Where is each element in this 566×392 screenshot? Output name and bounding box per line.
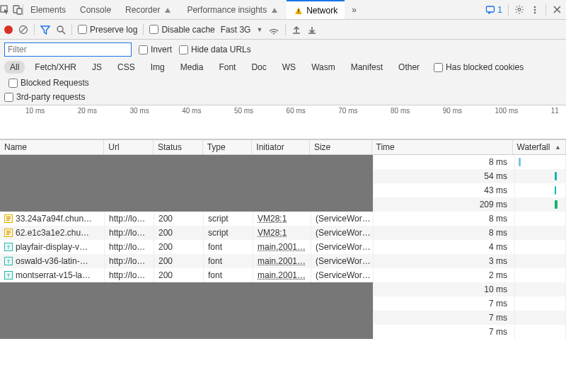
separator	[71, 24, 72, 35]
warning-icon	[294, 6, 304, 16]
invert-checkbox[interactable]: Invert	[139, 45, 172, 54]
svg-point-6	[518, 8, 521, 11]
cell-size: (ServiceWor…	[311, 212, 374, 226]
svg-rect-18	[6, 231, 11, 231]
cell-waterfall	[515, 254, 566, 268]
svg-point-7	[534, 6, 536, 8]
cell-name: 62.e1c3a1e2.chu…	[0, 226, 105, 240]
table-row[interactable]: 54 ms	[0, 169, 566, 183]
col-initiator[interactable]: Initiator	[252, 140, 310, 154]
cell-time: 10 ms	[374, 282, 515, 296]
cell-status: 200	[154, 212, 204, 226]
col-size[interactable]: Size	[310, 140, 372, 154]
overview-timeline[interactable]: 10 ms20 ms30 ms40 ms50 ms60 ms70 ms80 ms…	[0, 105, 566, 139]
preserve-log-checkbox[interactable]: Preserve log	[78, 25, 137, 35]
col-status[interactable]: Status	[154, 140, 203, 154]
throttling-select[interactable]: Fast 3G	[221, 25, 251, 35]
tab-console[interactable]: Console	[73, 0, 118, 19]
cell-time: 7 ms	[374, 311, 515, 325]
cell-name: Toswald-v36-latin-…	[0, 254, 105, 268]
cell-status: 200	[154, 226, 204, 240]
filter-type-ws[interactable]: WS	[277, 61, 301, 74]
table-row[interactable]: 8 ms	[0, 155, 566, 169]
upload-har-icon[interactable]	[291, 25, 301, 35]
filter-icon[interactable]	[40, 25, 50, 35]
cell-initiator: main.2001…	[253, 254, 311, 268]
gear-icon[interactable]	[514, 5, 524, 15]
filter-type-fetchxhr[interactable]: Fetch/XHR	[29, 61, 82, 74]
col-type[interactable]: Type	[203, 140, 253, 154]
redacted-cells	[0, 296, 374, 311]
col-url[interactable]: Url	[104, 140, 154, 154]
timeline-tick: 30 ms	[129, 107, 149, 115]
filter-type-img[interactable]: Img	[145, 61, 171, 74]
tab-performance-insights[interactable]: Performance insights	[180, 0, 287, 19]
clear-icon[interactable]	[18, 25, 28, 35]
cell-type: script	[204, 212, 253, 226]
table-row[interactable]: 209 ms	[0, 197, 566, 212]
filter-type-wasm[interactable]: Wasm	[306, 61, 341, 74]
tab-network[interactable]: Network	[287, 0, 345, 19]
col-name[interactable]: Name	[0, 140, 104, 154]
separator	[285, 24, 286, 35]
timeline-tick: 10 ms	[25, 107, 45, 115]
cell-waterfall	[515, 155, 566, 169]
filter-type-manifest[interactable]: Manifest	[345, 61, 388, 74]
blocked-requests-checkbox[interactable]: Blocked Requests	[8, 78, 89, 88]
table-row[interactable]: 7 ms	[0, 311, 566, 325]
device-toggle-icon[interactable]	[13, 5, 23, 15]
svg-rect-19	[6, 232, 11, 233]
network-conditions-icon[interactable]	[268, 25, 279, 35]
hide-data-urls-checkbox[interactable]: Hide data URLs	[179, 45, 251, 54]
disable-cache-checkbox[interactable]: Disable cache	[149, 25, 214, 35]
cell-type: font	[204, 268, 253, 282]
filter-type-doc[interactable]: Doc	[246, 61, 272, 74]
kebab-menu-icon[interactable]	[530, 5, 540, 15]
cell-time: 209 ms	[374, 197, 515, 212]
filter-type-js[interactable]: JS	[86, 61, 108, 74]
table-row[interactable]: 7 ms	[0, 296, 566, 311]
cell-type: font	[204, 240, 253, 254]
timeline-tick: 20 ms	[78, 107, 97, 115]
table-row[interactable]: Toswald-v36-latin-…http://lo…200fontmain…	[0, 254, 566, 268]
col-time[interactable]: Time	[372, 140, 513, 154]
cell-time: 2 ms	[374, 268, 515, 282]
table-row[interactable]: 62.e1c3a1e2.chu…http://lo…200scriptVM28:…	[0, 226, 566, 240]
tab-recorder[interactable]: Recorder	[118, 0, 180, 19]
table-row[interactable]: 7 ms	[0, 325, 566, 339]
filter-type-css[interactable]: CSS	[112, 61, 141, 74]
search-icon[interactable]	[56, 25, 66, 35]
cell-size: (ServiceWor…	[311, 240, 374, 254]
tab-more[interactable]: »	[345, 0, 364, 19]
table-row[interactable]: 43 ms	[0, 183, 566, 197]
table-row[interactable]: 10 ms	[0, 282, 566, 296]
filter-type-font[interactable]: Font	[213, 61, 241, 74]
redacted-cells	[0, 197, 374, 212]
has-blocked-cookies-checkbox[interactable]: Has blocked cookies	[434, 62, 524, 72]
third-party-checkbox[interactable]: 3rd-party requests	[4, 92, 85, 102]
table-header[interactable]: Name Url Status Type Initiator Size Time…	[0, 139, 566, 155]
table-row[interactable]: Tmontserrat-v15-la…http://lo…200fontmain…	[0, 268, 566, 282]
cell-url: http://lo…	[105, 212, 154, 226]
timeline-tick: 60 ms	[287, 107, 306, 115]
table-row[interactable]: 33.24a7a94f.chun…http://lo…200scriptVM28…	[0, 212, 566, 226]
table-row[interactable]: Tplayfair-display-v…http://lo…200fontmai…	[0, 240, 566, 254]
filter-bar: Invert Hide data URLs AllFetch/XHRJSCSSI…	[0, 40, 566, 105]
col-waterfall[interactable]: Waterfall ▲	[513, 140, 566, 154]
tab-elements[interactable]: Elements	[23, 0, 73, 19]
inspect-icon[interactable]	[0, 5, 10, 15]
filter-input[interactable]	[4, 42, 132, 57]
filter-type-media[interactable]: Media	[175, 61, 209, 74]
filter-type-all[interactable]: All	[4, 61, 25, 74]
cell-type: font	[204, 254, 253, 268]
cell-time: 54 ms	[374, 169, 515, 183]
cell-url: http://lo…	[105, 226, 154, 240]
close-icon[interactable]	[552, 5, 562, 15]
record-button[interactable]	[4, 25, 13, 34]
svg-rect-14	[6, 217, 11, 217]
issues-button[interactable]: 1	[485, 5, 502, 15]
download-har-icon[interactable]	[307, 25, 317, 35]
cell-waterfall	[515, 296, 566, 311]
filter-type-other[interactable]: Other	[393, 61, 425, 74]
preview-badge-icon	[163, 5, 173, 15]
